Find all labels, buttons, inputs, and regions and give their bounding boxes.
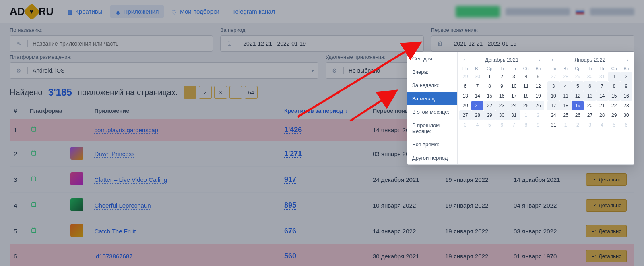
prev-month-icon[interactable]: ‹: [462, 56, 466, 64]
day[interactable]: 20: [584, 101, 596, 110]
day-muted[interactable]: 3: [459, 120, 471, 130]
nav-creatives[interactable]: ▦Креативы: [62, 5, 108, 18]
day[interactable]: 22: [483, 101, 495, 110]
day[interactable]: 13: [459, 91, 471, 101]
day[interactable]: 16: [620, 91, 632, 101]
day-muted[interactable]: 2: [532, 110, 544, 120]
day[interactable]: 15: [608, 91, 620, 101]
day[interactable]: 9: [620, 81, 632, 91]
app-link[interactable]: Clatter – Live Video Calling: [95, 176, 167, 183]
filter-first-seen-input[interactable]: [449, 40, 634, 47]
day[interactable]: 26: [532, 101, 544, 110]
language-flag[interactable]: [576, 9, 584, 15]
day[interactable]: 2: [495, 72, 508, 81]
day-muted[interactable]: 7: [508, 120, 520, 130]
preset-item[interactable]: Все время:: [407, 138, 457, 151]
day-muted[interactable]: 5: [608, 120, 620, 130]
day[interactable]: 27: [459, 110, 471, 120]
day[interactable]: 25: [559, 110, 572, 120]
creatives-link[interactable]: 560: [284, 252, 296, 260]
day-muted[interactable]: 6: [495, 120, 508, 130]
pager-page[interactable]: 2: [199, 86, 212, 99]
pager-page[interactable]: ...: [229, 86, 242, 99]
day[interactable]: 31: [547, 120, 559, 130]
creatives-link[interactable]: 676: [284, 227, 296, 235]
day-muted[interactable]: 9: [532, 120, 544, 130]
detail-button[interactable]: Детально: [586, 225, 627, 237]
day[interactable]: 16: [495, 91, 508, 101]
day-muted[interactable]: 2: [572, 120, 584, 130]
day[interactable]: 19: [572, 101, 584, 110]
preset-item[interactable]: Другой период: [407, 151, 457, 164]
day[interactable]: 4: [520, 72, 532, 81]
creatives-link[interactable]: 917: [284, 175, 296, 183]
day[interactable]: 17: [508, 91, 520, 101]
day[interactable]: 21: [471, 101, 483, 110]
preset-item[interactable]: Сегодня:: [407, 52, 457, 65]
filter-by-name-input-wrap[interactable]: ✎: [10, 35, 213, 52]
day[interactable]: 20: [459, 101, 471, 110]
day[interactable]: 4: [559, 81, 572, 91]
preset-item[interactable]: За неделю:: [407, 79, 457, 92]
day[interactable]: 3: [547, 81, 559, 91]
creatives-link[interactable]: 895: [284, 201, 296, 209]
col-creatives[interactable]: Креативов за период ↓: [280, 103, 369, 119]
day[interactable]: 5: [532, 72, 544, 81]
day[interactable]: 30: [620, 110, 632, 120]
day[interactable]: 22: [608, 101, 620, 110]
preset-item[interactable]: В этом месяце:: [407, 105, 457, 118]
day[interactable]: 14: [471, 91, 483, 101]
next-month-icon[interactable]: ›: [537, 56, 542, 64]
day[interactable]: 2: [620, 72, 632, 81]
day-muted[interactable]: 30: [584, 72, 596, 81]
day[interactable]: 29: [608, 110, 620, 120]
day[interactable]: 17: [547, 101, 559, 110]
day[interactable]: 18: [520, 91, 532, 101]
day[interactable]: 18: [559, 101, 572, 110]
nav-picks[interactable]: ♡Мои подборки: [166, 5, 225, 18]
day[interactable]: 23: [620, 101, 632, 110]
detail-button[interactable]: Детально: [586, 250, 627, 262]
next-month-icon[interactable]: ›: [625, 56, 630, 64]
filter-platform-select[interactable]: ⚙ Android, iOS ▾: [10, 62, 318, 79]
filter-period-input[interactable]: [238, 40, 423, 47]
day[interactable]: 10: [508, 81, 520, 91]
day[interactable]: 11: [520, 81, 532, 91]
nav-apps[interactable]: ◈Приложения: [110, 5, 165, 18]
day[interactable]: 29: [483, 110, 495, 120]
col-platform[interactable]: Платформа: [26, 103, 66, 119]
day-muted[interactable]: 4: [596, 120, 608, 130]
day[interactable]: 12: [572, 91, 584, 101]
filter-period-input-wrap[interactable]: 🗓: [220, 35, 423, 52]
app-link[interactable]: com.playrix.gardenscap: [95, 127, 158, 133]
pager-page[interactable]: 1: [184, 86, 196, 99]
day[interactable]: 24: [508, 101, 520, 110]
day[interactable]: 10: [547, 91, 559, 101]
day[interactable]: 9: [495, 81, 508, 91]
col-app[interactable]: Приложение: [91, 103, 280, 119]
day[interactable]: 19: [532, 91, 544, 101]
day[interactable]: 26: [572, 110, 584, 120]
day[interactable]: 25: [520, 101, 532, 110]
day[interactable]: 23: [495, 101, 508, 110]
app-link[interactable]: Cheerful Leprechaun: [95, 202, 151, 209]
filter-by-name-input[interactable]: [28, 40, 213, 47]
day-muted[interactable]: 29: [572, 72, 584, 81]
day[interactable]: 1: [608, 72, 620, 81]
day-muted[interactable]: 8: [520, 120, 532, 130]
pager-page[interactable]: 3: [214, 86, 227, 99]
day[interactable]: 27: [584, 110, 596, 120]
preset-item[interactable]: За месяц:: [407, 92, 457, 105]
day-muted[interactable]: 5: [483, 120, 495, 130]
day[interactable]: 7: [471, 81, 483, 91]
detail-button[interactable]: Детально: [586, 199, 627, 212]
day[interactable]: 24: [547, 110, 559, 120]
day[interactable]: 11: [559, 91, 572, 101]
day[interactable]: 5: [572, 81, 584, 91]
day[interactable]: 15: [483, 91, 495, 101]
preset-item[interactable]: Вчера:: [407, 65, 457, 79]
preset-item[interactable]: В прошлом месяце:: [407, 118, 457, 138]
pager-page[interactable]: 64: [245, 86, 258, 99]
blurred-user[interactable]: [590, 8, 634, 15]
day[interactable]: 6: [459, 81, 471, 91]
